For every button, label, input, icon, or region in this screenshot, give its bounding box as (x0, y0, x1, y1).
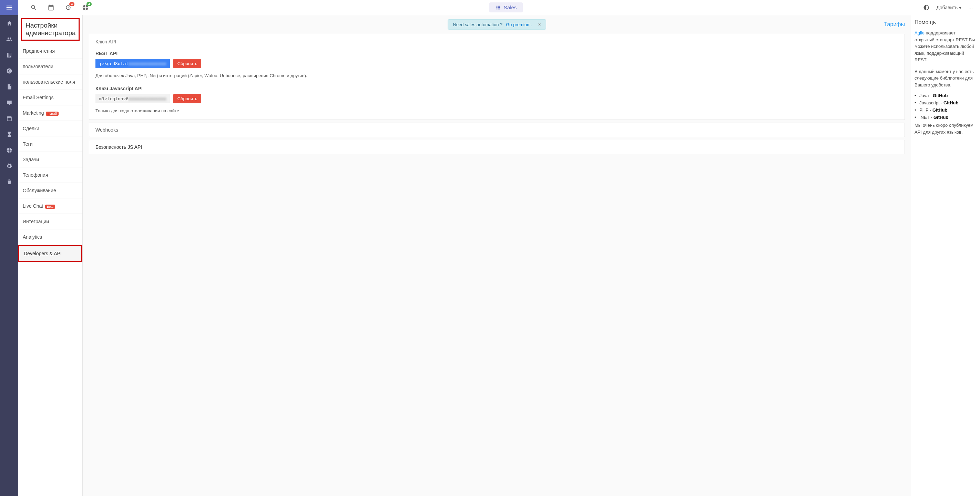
js-api-row: m9vlcqlnnv6xxxxxxxxxxxxxx Сбросить (95, 94, 898, 103)
js-security-section[interactable]: Безопасность JS API (89, 140, 905, 154)
rest-api-label: REST API (95, 51, 898, 56)
piechart-icon (6, 147, 13, 153)
help-p1: Agile поддерживает открытый стандарт RES… (915, 30, 977, 64)
nav-deals[interactable] (0, 68, 18, 74)
sidebar-item-3[interactable]: Email Settings (18, 90, 82, 105)
settings-sidebar: Настройки администратора Предпочтенияпол… (18, 15, 83, 496)
sidebar-item-1[interactable]: пользователи (18, 59, 82, 75)
hourglass-icon (6, 131, 13, 137)
document-icon (6, 84, 13, 90)
rest-api-row: jekgcd8ofalxxxxxxxxxxxxxx Сбросить (95, 59, 898, 68)
leftbar (0, 15, 18, 496)
search-icon (30, 4, 37, 11)
nav-company[interactable] (0, 52, 18, 58)
page-title-box: Настройки администратора (21, 18, 80, 41)
top-icons: 4 4 (30, 4, 89, 11)
sidebar-badge: новый (46, 111, 58, 116)
nav-web[interactable] (0, 100, 18, 106)
webhooks-section[interactable]: Webhooks (89, 122, 905, 137)
tariffs-link[interactable]: Тарифы (884, 21, 905, 27)
sidebar-item-2[interactable]: пользовательские поля (18, 75, 82, 90)
caret-icon: ▾ (959, 5, 961, 10)
dollar-icon (6, 68, 13, 74)
topbar: 4 4 Sales Добавить ▾ … (0, 0, 980, 15)
sidebar-item-9[interactable]: Обслуживание (18, 183, 82, 199)
calendar-icon (48, 4, 54, 11)
js-api-label: Ключ Javascript API (95, 86, 898, 91)
lib-item: PHP - GitHub (915, 108, 977, 113)
api-key-card: Ключ API REST API jekgcd8ofalxxxxxxxxxxx… (89, 34, 905, 120)
hamburger-icon (5, 4, 13, 11)
hamburger-menu[interactable] (0, 0, 18, 15)
nav-documents[interactable] (0, 84, 18, 90)
main: Настройки администратора Предпочтенияпол… (18, 15, 980, 496)
more-icon: … (968, 5, 973, 10)
sidebar-item-7[interactable]: Задачи (18, 152, 82, 167)
help-column: Помощь Agile поддерживает открытый станд… (911, 15, 980, 496)
add-label: Добавить (936, 5, 958, 10)
js-desc: Только для кода отслеживания на сайте (95, 108, 898, 113)
nav-reports[interactable] (0, 147, 18, 153)
help-agile-link[interactable]: Agile (915, 30, 926, 35)
sidebar-badge: Beta (45, 205, 55, 209)
lib-item: .NET - GitHub (915, 115, 977, 120)
sidebar-item-10[interactable]: Live ChatBeta (18, 199, 82, 214)
nav-events[interactable] (0, 115, 18, 122)
sidebar-item-8[interactable]: Телефония (18, 167, 82, 183)
sidebar-item-4[interactable]: Marketingновый (18, 105, 82, 121)
rest-api-key[interactable]: jekgcd8ofalxxxxxxxxxxxxxx (95, 59, 170, 68)
sidebar-item-6[interactable]: Теги (18, 137, 82, 152)
sales-label: Sales (504, 5, 517, 10)
page-title: Настройки администратора (25, 22, 75, 37)
top-center: Sales (89, 2, 923, 13)
sidebar-item-0[interactable]: Предпочтения (18, 43, 82, 59)
alarm-button[interactable]: 4 (65, 4, 72, 11)
help-p3: Мы очень скоро опубликуем API для других… (915, 122, 977, 135)
sales-button[interactable]: Sales (489, 2, 523, 13)
more-button[interactable]: … (968, 5, 973, 10)
calendar-button[interactable] (48, 4, 54, 11)
sidebar-item-13[interactable]: Developers & API (18, 245, 82, 262)
nav-hourglass[interactable] (0, 131, 18, 137)
sidebar-item-11[interactable]: Интеграции (18, 214, 82, 229)
people-icon (6, 36, 13, 42)
promo-banner: Need sales automation ? Go premium. × (448, 19, 546, 30)
search-button[interactable] (30, 4, 37, 11)
lib-item: Java - GitHub (915, 93, 977, 98)
home-icon (6, 20, 13, 27)
rest-reset-button[interactable]: Сбросить (173, 59, 202, 68)
sidebar-item-12[interactable]: Analytics (18, 229, 82, 245)
promo-close[interactable]: × (538, 22, 541, 27)
grid-icon (495, 5, 501, 10)
help-title: Помощь (915, 19, 977, 25)
alarm-badge: 4 (69, 2, 75, 6)
lib-item: Javascript - GitHub (915, 100, 977, 105)
building-icon (6, 52, 13, 58)
sidebar-item-5[interactable]: Сделки (18, 121, 82, 137)
content-area: Need sales automation ? Go premium. × Та… (83, 15, 911, 496)
rest-desc: Для оболочек Java, PHP, .Net) и интеграц… (95, 73, 898, 78)
nav-home[interactable] (0, 20, 18, 27)
contrast-button[interactable] (923, 5, 929, 11)
promo-link[interactable]: Go premium. (506, 22, 532, 27)
nav-settings[interactable] (0, 163, 18, 169)
js-api-key[interactable]: m9vlcqlnnv6xxxxxxxxxxxxxx (95, 94, 170, 103)
card-title: Ключ API (95, 39, 898, 45)
js-reset-button[interactable]: Сбросить (173, 94, 202, 103)
content-top: Need sales automation ? Go premium. × Та… (89, 19, 905, 30)
add-dropdown[interactable]: Добавить ▾ (936, 5, 961, 10)
trash-icon (6, 179, 13, 185)
pie-button[interactable]: 4 (82, 4, 89, 11)
top-right: Добавить ▾ … (923, 5, 973, 11)
pie-badge: 4 (86, 2, 92, 6)
promo-text: Need sales automation ? (453, 22, 503, 27)
nav-contacts[interactable] (0, 36, 18, 42)
calendar2-icon (6, 115, 13, 122)
help-p2: В данный момент у нас есть следующие биб… (915, 68, 977, 89)
monitor-icon (6, 100, 13, 106)
nav-trash[interactable] (0, 179, 18, 185)
gear-icon (6, 163, 13, 169)
contrast-icon (923, 5, 929, 11)
